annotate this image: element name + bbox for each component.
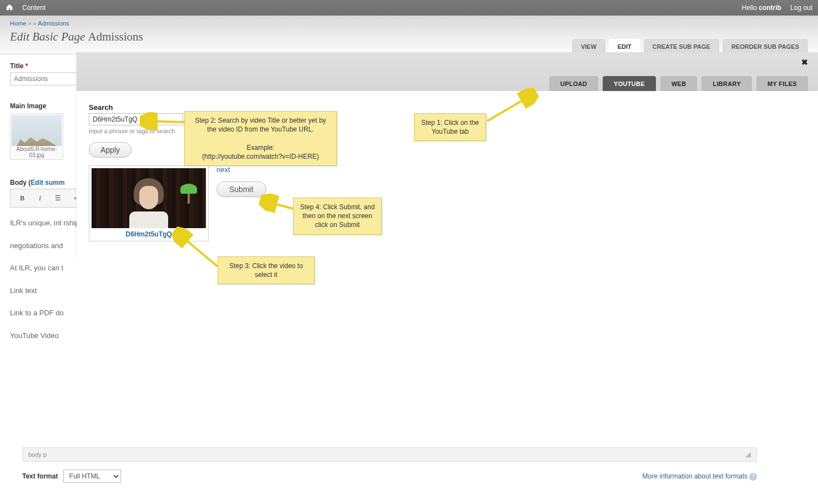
svg-line-3 [264,201,293,209]
svg-line-2 [178,233,218,266]
svg-line-1 [144,121,184,122]
callout-step2: Step 2: Search by video Title or better … [184,111,337,166]
callout-step1: Step 1: Click on the YouTube tab [414,113,486,141]
callout-step3: Step 3: Click the video to select it [218,256,315,284]
callout-step4: Step 4: Click Submit, and then on the ne… [293,198,382,235]
svg-line-0 [487,94,533,121]
annotation-arrows [0,0,818,504]
